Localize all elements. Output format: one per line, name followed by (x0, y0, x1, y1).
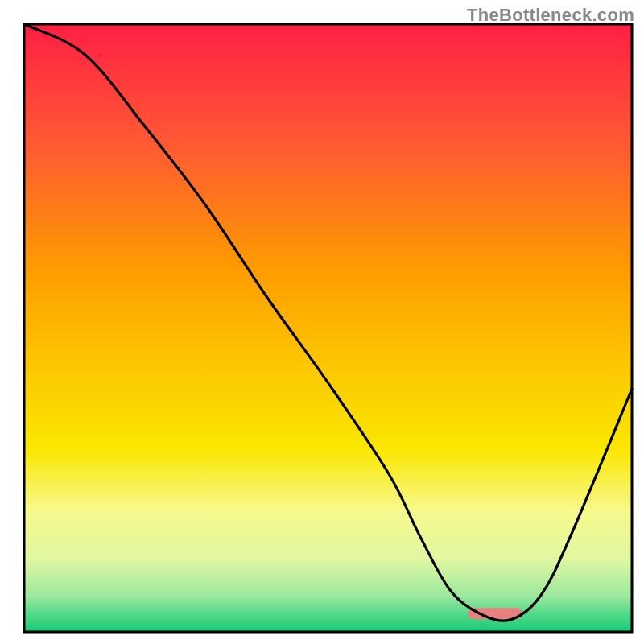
bottleneck-chart (0, 0, 644, 644)
watermark-label: TheBottleneck.com (467, 5, 634, 26)
chart-container: TheBottleneck.com (0, 0, 644, 644)
gradient-background (24, 24, 632, 632)
